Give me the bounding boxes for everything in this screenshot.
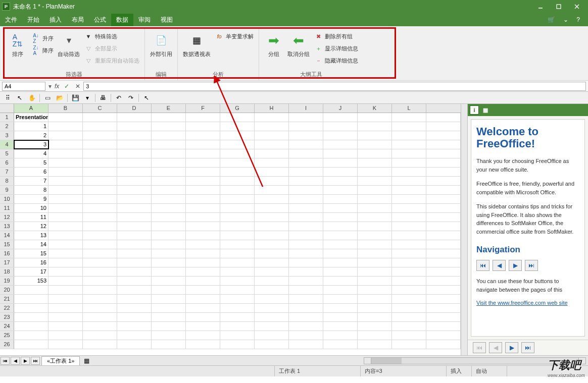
- cell[interactable]: [117, 168, 152, 176]
- cell[interactable]: [289, 140, 323, 149]
- row-header[interactable]: 14: [0, 231, 14, 240]
- cell[interactable]: [48, 177, 83, 185]
- cell[interactable]: [117, 240, 152, 249]
- spreadsheet-grid[interactable]: ABCDEFGHIJKL 1Presentations2132435465768…: [0, 104, 461, 355]
- row-header[interactable]: 25: [0, 331, 14, 340]
- footer-nav-prev-button[interactable]: ◀: [489, 342, 502, 353]
- cell[interactable]: [152, 186, 186, 194]
- cell[interactable]: [48, 340, 83, 349]
- pivot-table-button[interactable]: ▦ 数据透视表: [181, 29, 213, 59]
- cell[interactable]: 17: [14, 267, 48, 276]
- cell[interactable]: [392, 286, 426, 294]
- cell[interactable]: [358, 240, 392, 249]
- cell[interactable]: [186, 158, 220, 167]
- cell[interactable]: [323, 149, 358, 158]
- cell[interactable]: [220, 231, 255, 240]
- cell[interactable]: [426, 222, 461, 231]
- cell[interactable]: 5: [14, 158, 48, 167]
- external-ref-button[interactable]: 📄 外部引用: [148, 29, 174, 59]
- cell[interactable]: [289, 222, 323, 231]
- cell[interactable]: [323, 168, 358, 176]
- sidebar-link[interactable]: Visit the www.freeoffice.com web site: [476, 300, 579, 306]
- cell[interactable]: [358, 267, 392, 276]
- cell[interactable]: [117, 113, 152, 122]
- cell[interactable]: [48, 313, 83, 321]
- row-header[interactable]: 22: [0, 304, 14, 312]
- cell[interactable]: [358, 131, 392, 140]
- cell[interactable]: [289, 158, 323, 167]
- cell[interactable]: [14, 322, 48, 331]
- col-header[interactable]: A: [14, 104, 48, 113]
- cell[interactable]: [255, 113, 289, 122]
- cell[interactable]: [289, 168, 323, 176]
- menu-item-1[interactable]: 开始: [22, 14, 44, 26]
- cell[interactable]: [83, 204, 117, 212]
- col-header[interactable]: F: [186, 104, 220, 113]
- cell[interactable]: [152, 213, 186, 222]
- row-header[interactable]: 21: [0, 295, 14, 303]
- cell[interactable]: 4: [14, 149, 48, 158]
- cell[interactable]: [186, 286, 220, 294]
- row-header[interactable]: 4: [0, 140, 14, 149]
- cell[interactable]: [255, 331, 289, 340]
- hand-tool-button[interactable]: ✋: [26, 93, 37, 103]
- select-all-corner[interactable]: [0, 104, 14, 113]
- cell[interactable]: [289, 177, 323, 185]
- cell[interactable]: [83, 140, 117, 149]
- cell[interactable]: [83, 313, 117, 321]
- cell[interactable]: [186, 331, 220, 340]
- cell[interactable]: [220, 195, 255, 203]
- cell[interactable]: [392, 331, 426, 340]
- row-header[interactable]: 9: [0, 186, 14, 194]
- cell[interactable]: [220, 186, 255, 194]
- cell[interactable]: [152, 313, 186, 321]
- cell[interactable]: [152, 122, 186, 131]
- cell[interactable]: [358, 231, 392, 240]
- cell[interactable]: 8: [14, 186, 48, 194]
- cell[interactable]: [255, 131, 289, 140]
- cell[interactable]: [426, 249, 461, 258]
- cell[interactable]: [358, 295, 392, 303]
- cell[interactable]: [392, 231, 426, 240]
- pointer-tool-button[interactable]: ↖: [14, 93, 25, 103]
- cell[interactable]: [152, 131, 186, 140]
- cell[interactable]: [48, 204, 83, 212]
- cell[interactable]: [186, 249, 220, 258]
- cell[interactable]: [323, 204, 358, 212]
- dropdown-icon[interactable]: ▾: [47, 83, 53, 90]
- cell[interactable]: [14, 340, 48, 349]
- cell[interactable]: [152, 322, 186, 331]
- tab-nav-first-button[interactable]: ⏮: [1, 357, 10, 365]
- cell[interactable]: [48, 195, 83, 203]
- col-header[interactable]: L: [392, 104, 426, 113]
- cell[interactable]: [152, 149, 186, 158]
- cell[interactable]: [358, 113, 392, 122]
- cell[interactable]: [426, 149, 461, 158]
- cell[interactable]: [358, 186, 392, 194]
- cell[interactable]: [323, 113, 358, 122]
- tab-nav-prev-button[interactable]: ◀: [11, 357, 20, 365]
- cell[interactable]: [392, 186, 426, 194]
- special-filter-button[interactable]: ▼特殊筛选: [82, 30, 141, 42]
- cell[interactable]: [186, 267, 220, 276]
- cell[interactable]: [220, 304, 255, 312]
- cell[interactable]: [323, 240, 358, 249]
- cell[interactable]: [220, 131, 255, 140]
- cell[interactable]: [186, 213, 220, 222]
- cell[interactable]: [186, 258, 220, 267]
- cell[interactable]: [255, 177, 289, 185]
- row-header[interactable]: 18: [0, 267, 14, 276]
- scroll-thumb[interactable]: [371, 358, 402, 364]
- cell[interactable]: [48, 240, 83, 249]
- cell[interactable]: [83, 295, 117, 303]
- cell[interactable]: [83, 286, 117, 294]
- menu-item-4[interactable]: 公式: [89, 14, 111, 26]
- cell[interactable]: [220, 331, 255, 340]
- cell[interactable]: [289, 313, 323, 321]
- cell[interactable]: [186, 222, 220, 231]
- cell[interactable]: [152, 204, 186, 212]
- cell[interactable]: [48, 158, 83, 167]
- cell[interactable]: [117, 213, 152, 222]
- cell[interactable]: [220, 204, 255, 212]
- cell[interactable]: [220, 149, 255, 158]
